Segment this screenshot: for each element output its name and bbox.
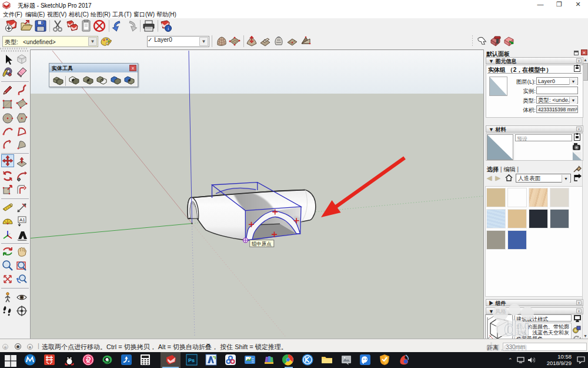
svg-text:组中原点: 组中原点 xyxy=(252,241,272,247)
svg-text:A1: A1 xyxy=(19,217,25,223)
svg-text:Ps: Ps xyxy=(188,357,195,363)
